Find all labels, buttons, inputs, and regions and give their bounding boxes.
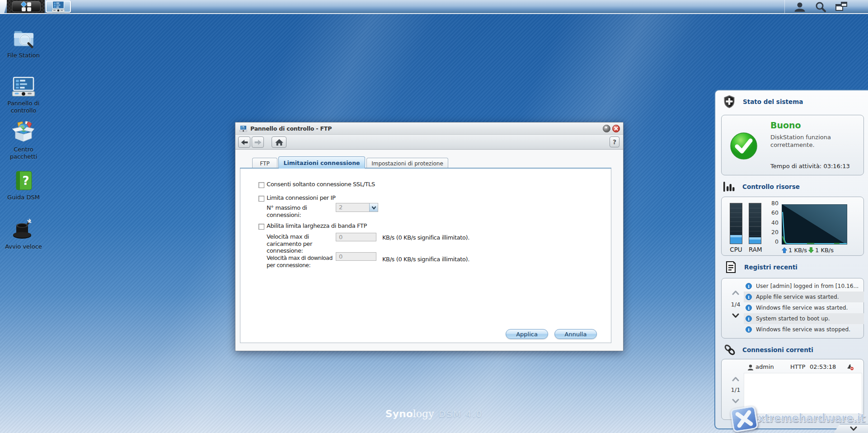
user-icon: [747, 364, 754, 371]
download-arrow-icon: [808, 247, 814, 253]
cancel-button[interactable]: Annulla: [554, 329, 597, 339]
network-rates: 1 KB/s 1 KB/s: [782, 247, 834, 254]
status-desc: DiskStation funziona correttamente.: [770, 133, 856, 149]
svg-text:i: i: [748, 316, 750, 321]
window-titlebar[interactable]: Pannello di controllo - FTP: [235, 122, 623, 135]
desktop-icon-control-panel[interactable]: Pannello di controllo: [0, 77, 47, 114]
connections-page-indicator: 1/1: [728, 386, 743, 393]
svg-text:?: ?: [22, 174, 29, 188]
close-button[interactable]: [612, 125, 620, 132]
checkbox-bandwidth-limit[interactable]: [258, 224, 264, 230]
log-row[interactable]: i Windows file service was started.: [744, 302, 864, 313]
desktop-icon-dsm-help[interactable]: ? Guida DSM: [0, 171, 47, 201]
upload-max-input[interactable]: [336, 233, 376, 241]
taskbar-control-panel-button[interactable]: [46, 0, 71, 13]
desktop-icon-quick-start[interactable]: Avvio veloce: [0, 218, 47, 250]
tab-limitazioni-connessione[interactable]: Limitazioni connessione: [278, 156, 365, 169]
cpu-meter: [730, 203, 742, 244]
desktop-icon-file-station[interactable]: File Station: [0, 27, 47, 59]
pilot-view-button[interactable]: [831, 1, 852, 12]
dsm-logo: SynologyDSM 4.0: [385, 408, 483, 419]
tab-ftp[interactable]: FTP: [252, 158, 277, 169]
desktop-icon-package-center[interactable]: Centro pacchetti: [0, 121, 47, 160]
home-button[interactable]: [272, 136, 286, 148]
label-download-max: Velocità max di download per connessione…: [267, 255, 336, 269]
user-icon: [794, 2, 806, 12]
connection-row[interactable]: admin HTTP 02:53:18: [744, 362, 862, 372]
log-row[interactable]: i Windows file service was stopped.: [744, 324, 864, 335]
shield-icon: [723, 95, 736, 108]
user-menu-button[interactable]: [789, 1, 810, 12]
logs-page-indicator: 1/4: [728, 301, 743, 308]
control-panel-ftp-window: Pannello di controllo - FTP: [235, 122, 624, 351]
chevron-down-icon: [732, 399, 739, 404]
quick-start-icon: [12, 218, 35, 240]
search-icon: [815, 1, 826, 12]
widget-panel: Stato del sistema Buono DiskStation funz…: [714, 89, 868, 429]
ram-label: RAM: [749, 246, 761, 253]
svg-text:i: i: [748, 284, 750, 289]
system-status-card: Buono DiskStation funziona correttamente…: [721, 115, 864, 175]
checkbox-limit-ip[interactable]: [258, 196, 264, 202]
upload-arrow-icon: [782, 247, 787, 253]
uptime-text: Tempo di attività: 03:16:13: [770, 163, 850, 169]
connections-header: Connessioni correnti: [723, 344, 813, 356]
control-panel-icon: [239, 125, 247, 132]
logs-page-up[interactable]: [728, 290, 743, 297]
connections-page-down[interactable]: [728, 398, 743, 405]
info-icon: i: [746, 283, 752, 289]
minimize-button[interactable]: [603, 125, 610, 132]
cpu-label: CPU: [730, 246, 742, 253]
resource-monitor-card: CPU RAM 80 60 40 20 0 1 KB/s: [721, 197, 864, 256]
note-upload: KB/s (0 KB/s significa illimitato).: [382, 234, 469, 241]
svg-text:i: i: [748, 306, 750, 311]
info-icon: i: [746, 305, 752, 311]
main-menu-button[interactable]: [12, 1, 41, 12]
package-center-icon: [12, 121, 35, 143]
recent-logs-header: Registri recenti: [725, 261, 798, 273]
forward-button[interactable]: [252, 136, 264, 148]
chevron-down-icon: [850, 426, 857, 431]
recent-logs-card: 1/4 i User [admin] logged in from [10.16…: [721, 278, 864, 339]
tab-impostazioni-protezione[interactable]: Impostazioni di protezione: [366, 158, 448, 169]
apply-button[interactable]: Applica: [506, 329, 548, 339]
network-graph: [782, 204, 847, 245]
taskbar-separator: [784, 0, 785, 13]
desktop: File Station Pannello di controllo Centr…: [0, 0, 868, 433]
log-row[interactable]: i System started to boot up.: [744, 313, 864, 324]
status-ok-icon: [730, 132, 758, 160]
kick-connection-icon[interactable]: [846, 364, 854, 371]
download-max-input[interactable]: [336, 252, 376, 261]
resource-monitor-header: Controllo risorse: [723, 181, 800, 193]
app-grid-icon: [12, 1, 40, 12]
info-icon: i: [746, 326, 752, 333]
checkbox-ssl-only[interactable]: [258, 182, 264, 188]
control-panel-icon: [52, 1, 65, 12]
bar-chart-icon: [723, 181, 736, 193]
svg-text:i: i: [748, 295, 750, 300]
log-row[interactable]: i User [admin] logged in from [10.16...: [744, 281, 864, 292]
back-icon: [240, 139, 249, 146]
dsm-help-icon: ?: [13, 171, 34, 191]
home-icon: [275, 138, 284, 146]
label-bandwidth-limit: Abilita limita larghezza di banda FTP: [267, 222, 367, 230]
connections-page-up[interactable]: [728, 376, 743, 383]
back-button[interactable]: [238, 136, 250, 148]
network-graph-line: [782, 205, 847, 244]
label-limit-ip: Limita connessioni per IP: [267, 194, 335, 202]
forward-icon: [254, 139, 262, 146]
watermark-logo: [730, 405, 758, 433]
search-button[interactable]: [810, 1, 831, 12]
chevron-down-icon: [732, 313, 739, 318]
max-connections-select[interactable]: 2: [336, 203, 378, 212]
select-arrow-button[interactable]: [369, 203, 378, 212]
help-button[interactable]: ?: [610, 136, 619, 147]
file-station-icon: [12, 27, 35, 49]
logs-page-down[interactable]: [728, 313, 743, 320]
label-upload-max: Velocità max di caricamento per connessi…: [267, 233, 335, 254]
panel-collapse-handle[interactable]: [834, 424, 868, 433]
window-toolbar: ?: [235, 135, 623, 150]
close-icon: [613, 125, 619, 132]
log-row[interactable]: i Apple file service was started.: [744, 292, 864, 302]
label-ssl-only: Consenti soltanto connessione SSL/TLS: [267, 181, 375, 188]
